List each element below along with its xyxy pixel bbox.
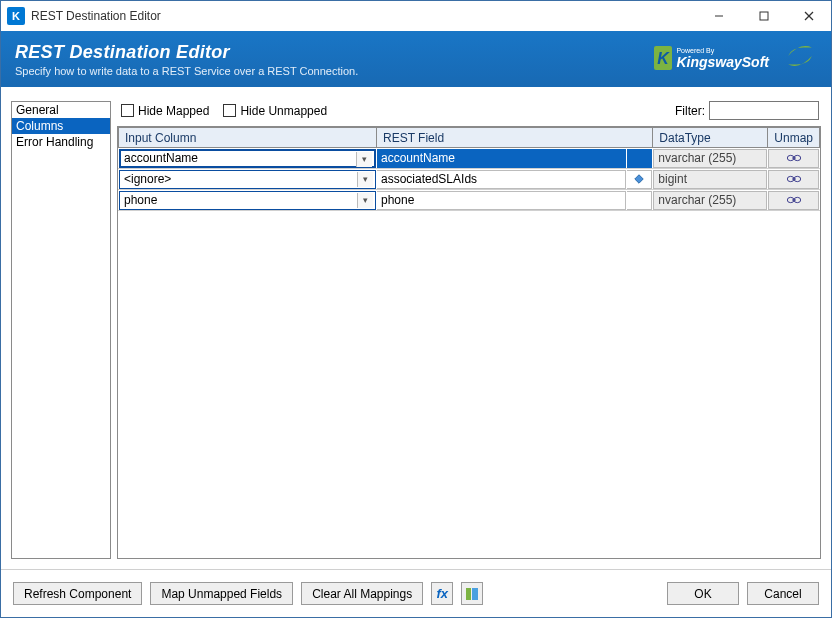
mapping-table: Input Column REST Field DataType Unmap a… (117, 126, 821, 559)
chevron-down-icon: ▾ (356, 152, 372, 167)
svg-rect-17 (472, 588, 478, 600)
content: General Columns Error Handling Hide Mapp… (1, 91, 831, 569)
hide-mapped-checkbox[interactable]: Hide Mapped (121, 104, 209, 118)
sidebar: General Columns Error Handling (11, 101, 111, 559)
columns-settings-button[interactable] (461, 582, 483, 605)
hide-mapped-label: Hide Mapped (138, 104, 209, 118)
input-column-select[interactable]: <ignore>▾ (119, 170, 376, 189)
titlebar: K REST Destination Editor (1, 1, 831, 31)
table-row[interactable]: <ignore>▾associatedSLAIdsbigint (119, 169, 820, 190)
datatype-cell: nvarchar (255) (653, 191, 767, 210)
unmap-button[interactable] (768, 170, 819, 189)
minimize-button[interactable] (696, 1, 741, 31)
rest-field-cell: accountName (377, 149, 626, 168)
app-icon: K (7, 7, 25, 25)
main: Hide Mapped Hide Unmapped Filter: Input … (117, 101, 821, 559)
input-column-value: accountName (124, 151, 198, 165)
chevron-down-icon: ▾ (357, 172, 373, 187)
input-column-select[interactable]: accountName▾ (119, 149, 376, 168)
close-button[interactable] (786, 1, 831, 31)
datatype-cell: bigint (653, 170, 767, 189)
header-unmap[interactable]: Unmap (768, 128, 820, 148)
map-unmapped-button[interactable]: Map Unmapped Fields (150, 582, 293, 605)
toolbar: Hide Mapped Hide Unmapped Filter: (117, 101, 821, 126)
table-row[interactable]: phone▾phonenvarchar (255) (119, 190, 820, 211)
link-icon-cell (627, 191, 652, 210)
filter-label: Filter: (675, 104, 705, 118)
input-column-value: <ignore> (124, 172, 171, 186)
fx-button[interactable]: fx (431, 582, 453, 605)
link-icon-cell (627, 149, 652, 168)
rest-field-value: accountName (381, 151, 455, 165)
checkbox-box (121, 104, 134, 117)
footer: Refresh Component Map Unmapped Fields Cl… (1, 569, 831, 617)
link-icon-cell (627, 170, 652, 189)
checkbox-box (223, 104, 236, 117)
relation-icon[interactable] (631, 172, 647, 186)
window-title: REST Destination Editor (31, 9, 161, 23)
svg-rect-1 (760, 12, 768, 20)
svg-rect-9 (635, 175, 643, 183)
unmap-icon (786, 193, 802, 207)
unmap-button[interactable] (768, 191, 819, 210)
hide-unmapped-checkbox[interactable]: Hide Unmapped (223, 104, 327, 118)
cancel-button[interactable]: Cancel (747, 582, 819, 605)
hide-unmapped-label: Hide Unmapped (240, 104, 327, 118)
sidebar-item-error-handling[interactable]: Error Handling (12, 134, 110, 150)
sidebar-item-general[interactable]: General (12, 102, 110, 118)
svg-rect-16 (466, 588, 471, 600)
svg-text:K: K (658, 50, 671, 67)
banner-logos: K Powered ByKingswaySoft (652, 39, 817, 77)
chevron-down-icon: ▾ (357, 193, 373, 208)
datatype-value: nvarchar (255) (658, 193, 736, 207)
header-datatype[interactable]: DataType (653, 128, 768, 148)
unmap-icon (786, 151, 802, 165)
refresh-button[interactable]: Refresh Component (13, 582, 142, 605)
rest-field-cell: phone (377, 191, 626, 210)
datatype-value: nvarchar (255) (658, 151, 736, 165)
swoosh-icon (783, 39, 817, 77)
header-rest-field[interactable]: REST Field (377, 128, 653, 148)
window-buttons (696, 1, 831, 31)
filter-input[interactable] (709, 101, 819, 120)
unmap-icon (786, 172, 802, 186)
kingswaysoft-logo: K Powered ByKingswaySoft (652, 44, 769, 72)
rest-field-cell: associatedSLAIds (377, 170, 626, 189)
datatype-cell: nvarchar (255) (653, 149, 767, 168)
table-row[interactable]: accountName▾accountNamenvarchar (255) (119, 148, 820, 169)
rest-field-value: associatedSLAIds (381, 172, 477, 186)
input-column-select[interactable]: phone▾ (119, 191, 376, 210)
input-column-value: phone (124, 193, 157, 207)
datatype-value: bigint (658, 172, 687, 186)
ok-button[interactable]: OK (667, 582, 739, 605)
maximize-button[interactable] (741, 1, 786, 31)
banner: REST Destination Editor Specify how to w… (1, 31, 831, 87)
clear-all-button[interactable]: Clear All Mappings (301, 582, 423, 605)
filter-block: Filter: (675, 101, 819, 120)
header-input-column[interactable]: Input Column (119, 128, 377, 148)
rest-field-value: phone (381, 193, 414, 207)
unmap-button[interactable] (768, 149, 819, 168)
sidebar-item-columns[interactable]: Columns (12, 118, 110, 134)
